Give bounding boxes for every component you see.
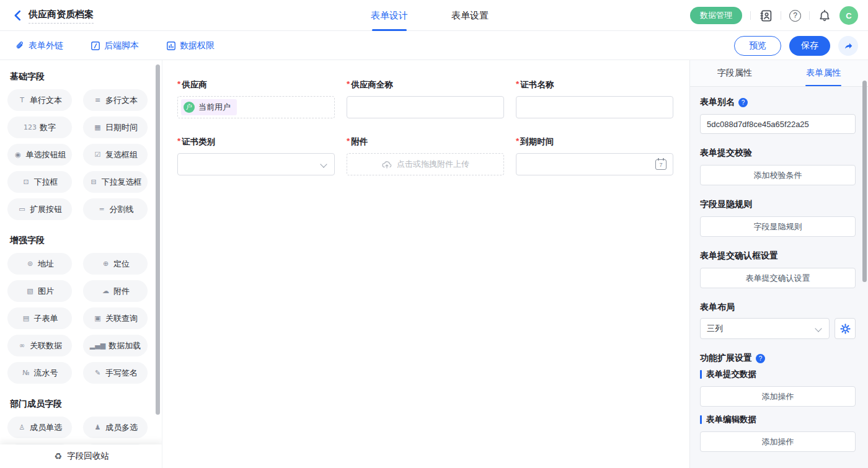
attachment-icon: ☁: [101, 288, 110, 294]
section-title-basic-fields: 基础字段: [10, 71, 162, 82]
divider: [750, 11, 751, 20]
form-layout-select[interactable]: 三列: [700, 318, 830, 339]
field-type-checkbox-group[interactable]: ☑复选框组: [83, 144, 148, 166]
field-type-subform[interactable]: ▤子表单: [7, 307, 72, 329]
properties-tabs: 字段属性 表单属性: [690, 60, 868, 87]
field-recycle-bin[interactable]: ♻ 字段回收站: [0, 444, 162, 468]
field-type-member-single[interactable]: ♙成员单选: [7, 417, 72, 438]
form-layout-heading: 表单布局: [700, 302, 856, 313]
field-label: *附件: [347, 136, 504, 148]
backend-script-button[interactable]: 后端脚本: [91, 31, 139, 60]
current-user-tag[interactable]: 户 当前用户: [181, 99, 237, 115]
multi-select-icon: ⊟: [89, 179, 99, 185]
form-alias-input[interactable]: 5dc088d7df8ce45a65f22a25: [700, 114, 856, 134]
field-type-attachment[interactable]: ☁附件: [83, 280, 148, 302]
submit-confirm-button[interactable]: 表单提交确认设置: [700, 268, 856, 288]
member-multi-icon: ♟: [93, 424, 102, 431]
field-type-location[interactable]: ⊕定位: [83, 253, 148, 275]
field-label: *证书名称: [516, 79, 673, 91]
field-type-extend-button[interactable]: ▭扩展按钮: [7, 198, 72, 220]
tab-form-design[interactable]: 表单设计: [371, 0, 408, 31]
field-type-data-load[interactable]: ▂▄▆数据加载: [83, 335, 148, 356]
field-attachment[interactable]: *附件 点击或拖拽附件上传: [347, 136, 504, 175]
field-type-radio-group[interactable]: ◉单选按钮组: [7, 144, 72, 166]
field-type-image[interactable]: ▧图片: [7, 280, 72, 302]
notification-button[interactable]: [818, 9, 831, 22]
field-visibility-button[interactable]: 字段显隐规则: [700, 216, 856, 237]
field-type-linked-data[interactable]: ∞关联数据: [7, 335, 72, 356]
field-certificate-name[interactable]: *证书名称: [516, 79, 673, 118]
field-type-lookup-query[interactable]: ▣关联查询: [83, 307, 148, 329]
field-type-member-multi[interactable]: ♟成员多选: [83, 417, 148, 438]
certificate-name-input[interactable]: [516, 96, 673, 118]
permission-icon: [166, 41, 176, 51]
script-icon: [91, 41, 100, 51]
field-type-number[interactable]: 123数字: [7, 117, 72, 138]
accent-bar: [700, 370, 702, 379]
contact-book-icon: [760, 9, 773, 22]
header: 供应商资质档案 表单设计 表单设置 数据管理 ?: [0, 0, 868, 31]
sub-toolbar: 表单外链 后端脚本 数据权限 预览 保存: [0, 31, 868, 60]
data-permission-button[interactable]: 数据权限: [166, 31, 215, 60]
section-title-member-fields: 部门成员字段: [10, 399, 162, 410]
properties-panel: 字段属性 表单属性 表单别名 ? 5dc088d7df8ce45a65f22a2…: [689, 60, 868, 468]
submit-validation-heading: 表单提交校验: [700, 148, 856, 159]
supplier-value-box[interactable]: 户 当前用户: [177, 96, 335, 118]
field-type-select[interactable]: ⊡下拉框: [7, 171, 72, 193]
field-type-serial-number[interactable]: №流水号: [7, 362, 72, 384]
save-button[interactable]: 保存: [789, 36, 830, 56]
form-fields-grid: *供应商 户 当前用户 *供应商全称 *证书名称 *证书类别: [162, 60, 689, 175]
field-supplier[interactable]: *供应商 户 当前用户: [177, 79, 335, 118]
section-title-enhanced-fields: 增强字段: [10, 235, 162, 246]
chevron-down-icon: [815, 325, 822, 332]
field-label: *供应商全称: [347, 79, 504, 91]
contact-book-button[interactable]: [759, 9, 773, 22]
form-external-link-button[interactable]: 表单外链: [15, 31, 63, 60]
field-type-handwritten-signature[interactable]: ✎手写签名: [83, 362, 148, 384]
help-icon[interactable]: ?: [738, 98, 748, 107]
back-button[interactable]: [11, 9, 25, 22]
add-validation-button[interactable]: 添加校验条件: [700, 165, 856, 185]
sidebar-scrollbar[interactable]: [156, 64, 160, 415]
field-supplier-full-name[interactable]: *供应商全称: [347, 79, 504, 118]
tab-form-settings[interactable]: 表单设置: [451, 0, 489, 31]
data-manage-button[interactable]: 数据管理: [690, 7, 742, 24]
user-avatar[interactable]: C: [839, 6, 858, 25]
supplier-full-name-input[interactable]: [347, 96, 504, 118]
field-type-address[interactable]: ⊚地址: [7, 253, 72, 275]
lookup-query-icon: ▣: [93, 315, 102, 322]
field-certificate-type[interactable]: *证书类别: [177, 136, 335, 175]
divider: [809, 11, 810, 20]
field-expiry-date[interactable]: *到期时间 7: [516, 136, 673, 175]
tab-form-properties[interactable]: 表单属性: [779, 60, 868, 86]
expiry-date-input[interactable]: 7: [516, 153, 673, 175]
properties-scrollbar[interactable]: [862, 81, 867, 282]
layout-settings-button[interactable]: [835, 318, 856, 339]
field-type-multi-select[interactable]: ⊟下拉复选框: [83, 171, 148, 193]
user-tag-icon: 户: [184, 102, 195, 113]
form-properties-body: 表单别名 ? 5dc088d7df8ce45a65f22a25 表单提交校验 添…: [690, 87, 868, 452]
tab-field-properties[interactable]: 字段属性: [690, 60, 779, 86]
preview-button[interactable]: 预览: [734, 36, 781, 56]
field-type-divider[interactable]: ═分割线: [83, 198, 148, 220]
form-designer-app: 供应商资质档案 表单设计 表单设置 数据管理 ?: [0, 0, 868, 468]
field-type-single-line-text[interactable]: T单行文本: [7, 89, 72, 111]
question-icon: ?: [793, 11, 797, 20]
submit-confirm-heading: 表单提交确认框设置: [700, 250, 856, 262]
submit-data-add-action-button[interactable]: 添加操作: [700, 386, 856, 407]
toolbar-actions: 预览 保存: [734, 31, 858, 60]
linked-data-icon: ∞: [17, 342, 27, 349]
field-visibility-heading: 字段显隐规则: [700, 199, 856, 210]
backend-script-label: 后端脚本: [104, 40, 139, 51]
share-button[interactable]: [838, 36, 858, 56]
attachment-upload-area[interactable]: 点击或拖拽附件上传: [347, 153, 504, 175]
help-icon[interactable]: ?: [756, 354, 765, 363]
field-type-datetime[interactable]: ▦日期时间: [83, 117, 148, 138]
toolbar-links: 表单外链 后端脚本 数据权限: [15, 31, 215, 60]
field-type-multi-line-text[interactable]: ≡多行文本: [83, 89, 148, 111]
help-button[interactable]: ?: [789, 10, 801, 22]
edit-data-add-action-button[interactable]: 添加操作: [700, 431, 856, 452]
multi-line-text-icon: ≡: [93, 97, 102, 104]
certificate-type-select[interactable]: [177, 153, 335, 175]
data-permission-label: 数据权限: [180, 40, 215, 51]
